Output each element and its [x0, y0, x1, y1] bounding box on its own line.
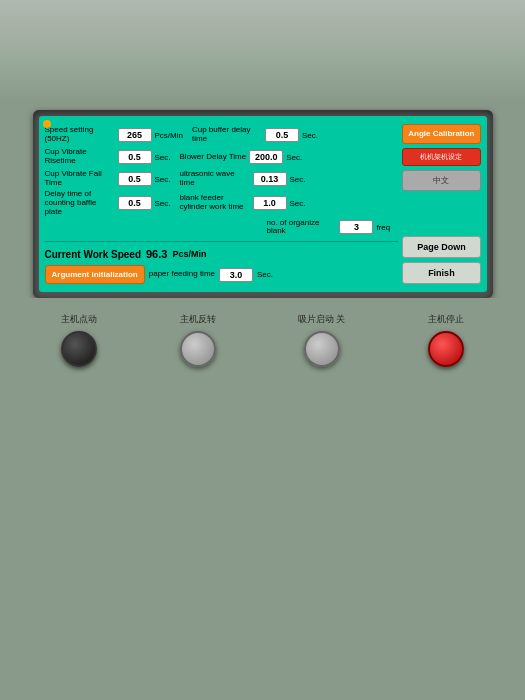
machine-top — [0, 0, 525, 100]
cup-buffer-value[interactable]: 0.5 — [265, 128, 299, 142]
paper-feeding-unit: Sec. — [257, 270, 273, 279]
main-params: Speed setting (50HZ) 265 Pcs/Min Cup buf… — [45, 124, 399, 284]
organize-blank-label: no. of organize blank — [266, 219, 336, 237]
bottom-panel: 主机点动 主机反转 吸片启动 关 主机停止 — [0, 298, 525, 377]
machine-body: Speed setting (50HZ) 265 Pcs/Min Cup buf… — [0, 100, 525, 700]
cup-vibrate-rise-label: Cup Vibrate Risetime — [45, 148, 115, 166]
current-speed-value: 96.3 — [146, 248, 167, 260]
screen-grid: Speed setting (50HZ) 265 Pcs/Min Cup buf… — [45, 124, 481, 284]
main-stop-label: 主机停止 — [428, 313, 464, 326]
machine-setup-button[interactable]: 机机架机设定 — [402, 148, 480, 166]
speed-setting-row: Speed setting (50HZ) 265 Pcs/Min Cup buf… — [45, 124, 399, 146]
cup-vibrate-rise-row: Cup Vibrate Risetime 0.5 Sec. Blower Del… — [45, 146, 399, 168]
blower-delay-label: Blower Delay Time — [180, 153, 247, 162]
blank-feeder-value[interactable]: 1.0 — [253, 196, 287, 210]
delay-counting-row: Delay time of counting baffle plate 0.5 … — [45, 190, 399, 216]
blower-delay-unit: Sec. — [286, 153, 302, 162]
ultrasonic-unit: Sec. — [290, 175, 306, 184]
main-stop-group: 主机停止 — [428, 313, 464, 367]
cup-vibrate-rise-value[interactable]: 0.5 — [118, 150, 152, 164]
finish-button[interactable]: Finish — [402, 262, 480, 284]
blank-feeder-unit: Sec. — [290, 199, 306, 208]
suction-start-knob[interactable] — [304, 331, 340, 367]
organize-blank-value[interactable]: 3 — [339, 220, 373, 234]
paper-feeding-label: paper feeding time — [149, 270, 215, 279]
cup-vibrate-fall-value[interactable]: 0.5 — [118, 172, 152, 186]
cup-vibrate-rise-unit: Sec. — [155, 153, 171, 162]
screen-bezel: Speed setting (50HZ) 265 Pcs/Min Cup buf… — [33, 110, 493, 298]
main-reverse-group: 主机反转 — [180, 313, 216, 367]
speed-setting-unit: Pcs/Min — [155, 131, 183, 140]
delay-counting-label: Delay time of counting baffle plate — [45, 190, 115, 216]
page-down-button[interactable]: Page Down — [402, 236, 480, 258]
angle-calibration-button[interactable]: Angle Calibration — [402, 124, 480, 144]
cup-vibrate-fall-row: Cup Vibrate Fall Time 0.5 Sec. ultrasoni… — [45, 168, 399, 190]
main-start-knob[interactable] — [61, 331, 97, 367]
cup-vibrate-fall-unit: Sec. — [155, 175, 171, 184]
current-speed-row: Current Work Speed 96.3 Pcs/Min — [45, 245, 399, 263]
bottom-row: Argument initialization paper feeding ti… — [45, 265, 399, 284]
main-start-group: 主机点动 — [61, 313, 97, 367]
blank-feeder-label: blank feeder cylinder work time — [180, 194, 250, 212]
cup-vibrate-fall-label: Cup Vibrate Fall Time — [45, 170, 115, 188]
current-speed-label: Current Work Speed — [45, 249, 142, 260]
main-start-label: 主机点动 — [61, 313, 97, 326]
organize-blank-row: no. of organize blank 3 freq — [45, 216, 399, 238]
main-stop-knob[interactable] — [428, 331, 464, 367]
lang-button[interactable]: 中文 — [402, 170, 480, 191]
cup-buffer-label: Cup buffer delay time — [192, 126, 262, 144]
main-reverse-knob[interactable] — [180, 331, 216, 367]
current-speed-unit: Pcs/Min — [172, 249, 206, 259]
arg-init-button[interactable]: Argument initialization — [45, 265, 145, 284]
power-indicator — [43, 120, 51, 128]
delay-counting-unit: Sec. — [155, 199, 171, 208]
side-buttons: Angle Calibration 机机架机设定 中文 Page Down Fi… — [402, 124, 480, 284]
suction-start-label: 吸片启动 关 — [298, 313, 346, 326]
speed-setting-label: Speed setting (50HZ) — [45, 126, 115, 144]
cup-buffer-unit: Sec. — [302, 131, 318, 140]
divider — [45, 241, 399, 242]
suction-start-group: 吸片启动 关 — [298, 313, 346, 367]
ultrasonic-value[interactable]: 0.13 — [253, 172, 287, 186]
paper-feeding-value[interactable]: 3.0 — [219, 268, 253, 282]
delay-counting-value[interactable]: 0.5 — [118, 196, 152, 210]
screen: Speed setting (50HZ) 265 Pcs/Min Cup buf… — [39, 116, 487, 292]
ultrasonic-label: ultrasonic wave time — [180, 170, 250, 188]
blower-delay-value[interactable]: 200.0 — [249, 150, 283, 164]
speed-setting-value[interactable]: 265 — [118, 128, 152, 142]
organize-blank-unit: freq — [376, 223, 390, 232]
main-reverse-label: 主机反转 — [180, 313, 216, 326]
